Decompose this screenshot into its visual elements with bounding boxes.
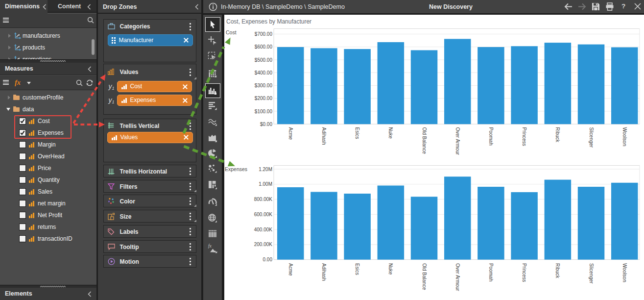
- svg-text:800.00K: 800.00K: [254, 197, 273, 202]
- svg-text:$100.00: $100.00: [255, 109, 273, 114]
- svg-text:Esics: Esics: [355, 263, 360, 275]
- svg-text:Expenses: Expenses: [225, 166, 247, 172]
- svg-text:Cost: Cost: [226, 29, 237, 35]
- svg-text:Ribuck: Ribuck: [555, 263, 560, 279]
- svg-text:Adihash: Adihash: [321, 263, 327, 281]
- svg-text:Nuke: Nuke: [388, 263, 393, 275]
- svg-text:Poomah: Poomah: [488, 263, 494, 281]
- svg-text:Princess: Princess: [522, 263, 527, 282]
- svg-text:Woolson: Woolson: [622, 263, 627, 282]
- svg-text:$0.00: $0.00: [260, 122, 272, 127]
- svg-text:400.00K: 400.00K: [254, 227, 273, 232]
- svg-text:$600.00: $600.00: [255, 44, 273, 50]
- svg-text:$400.00: $400.00: [255, 70, 273, 75]
- svg-text:$200.00: $200.00: [255, 96, 273, 101]
- svg-text:Slicenger: Slicenger: [589, 127, 594, 148]
- svg-text:Poomah: Poomah: [488, 127, 494, 146]
- svg-text:Esics: Esics: [355, 127, 360, 139]
- svg-text:1.20M: 1.20M: [259, 167, 272, 172]
- svg-text:$300.00: $300.00: [255, 83, 273, 88]
- svg-text:Woolson: Woolson: [622, 127, 627, 147]
- svg-text:600.00K: 600.00K: [254, 212, 273, 217]
- svg-text:1.00M: 1.00M: [259, 181, 272, 187]
- svg-text:$700.00: $700.00: [255, 31, 273, 37]
- svg-text:Old Balance: Old Balance: [422, 127, 427, 154]
- svg-text:fx: fx: [208, 244, 212, 249]
- svg-text:Slicenger: Slicenger: [589, 263, 594, 284]
- svg-text:Nuke: Nuke: [388, 127, 393, 139]
- svg-text:Old Balance: Old Balance: [422, 263, 427, 290]
- svg-text:Adihash: Adihash: [321, 127, 327, 145]
- svg-text:Acme: Acme: [288, 127, 293, 140]
- svg-text:Acme: Acme: [288, 263, 293, 276]
- svg-text:$500.00: $500.00: [255, 57, 273, 63]
- svg-text:200.00K: 200.00K: [254, 242, 273, 247]
- svg-text:Princess: Princess: [522, 127, 527, 146]
- svg-text:0.00: 0.00: [263, 257, 273, 262]
- svg-text:Over Armour: Over Armour: [455, 263, 460, 291]
- svg-text:Over Armour: Over Armour: [455, 127, 460, 155]
- svg-text:Ribuck: Ribuck: [555, 127, 560, 143]
